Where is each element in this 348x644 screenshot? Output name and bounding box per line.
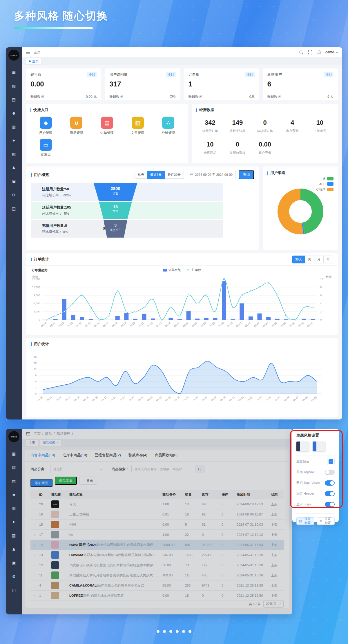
quick-entry-item[interactable]: ▥ 文章管理 xyxy=(122,117,153,135)
order-range-button[interactable]: 年 xyxy=(324,256,333,263)
business-label: 上架商品 xyxy=(306,129,334,133)
stat-footer-value: 0单 xyxy=(249,95,255,99)
order-range-button[interactable]: 月 xyxy=(314,256,324,263)
range-button[interactable]: 昨天 xyxy=(135,171,147,179)
order-manage-icon: ▤ xyxy=(101,117,113,129)
stat-footer-label: 昨日数据 xyxy=(109,95,123,99)
sidebar-strip xyxy=(296,442,300,451)
funnel-row-line1: 活跃用户数量:105 xyxy=(42,205,71,210)
business-item[interactable]: 4 库存预警 xyxy=(279,119,306,133)
mall-icon[interactable]: ▧ xyxy=(12,465,16,469)
legend-item[interactable]: 小程序 xyxy=(316,187,334,191)
carousel-dot[interactable] xyxy=(163,630,166,633)
library-icon[interactable]: ▥ xyxy=(12,506,16,510)
mall-icon[interactable]: ▧ xyxy=(12,84,16,88)
marketing-icon[interactable]: ➤ xyxy=(12,138,16,142)
svg-text:12,000: 12,000 xyxy=(32,286,40,289)
quick-entry-item[interactable]: ∪ 商品管理 xyxy=(61,117,92,135)
quick-entry-label: 文章管理 xyxy=(131,131,144,135)
business-item[interactable]: 342 待发货订单 xyxy=(196,119,224,133)
order-range-button[interactable]: 周 xyxy=(305,256,314,263)
dashboard-icon[interactable]: ▦ xyxy=(12,70,16,74)
carousel-dot[interactable] xyxy=(176,630,179,633)
svg-text:08-10: 08-10 xyxy=(37,396,44,402)
theme-thumbnail[interactable] xyxy=(296,442,309,451)
theme-option-row: 显示 Logo xyxy=(296,499,335,510)
quick-entry-item[interactable]: ◆ 用户管理 xyxy=(30,117,61,135)
user-menu[interactable]: demo xyxy=(325,50,334,54)
finance-icon[interactable]: ▣ xyxy=(12,561,16,565)
order-range-button[interactable]: 30天 xyxy=(292,256,305,263)
business-value: 0 xyxy=(224,141,251,148)
business-value: 342 xyxy=(196,119,224,126)
library-icon[interactable]: ▥ xyxy=(12,125,16,129)
today-badge: 今日 xyxy=(245,72,255,77)
collapse-menu-icon[interactable] xyxy=(26,50,30,55)
statistics-icon[interactable]: ▨ xyxy=(12,152,16,156)
quick-entry-item[interactable]: ∴ 分销管理 xyxy=(153,117,184,135)
marketing-icon[interactable]: ➤ xyxy=(12,520,16,524)
setting-icon[interactable]: ⚙ xyxy=(12,574,16,578)
bell-icon[interactable] xyxy=(317,50,321,55)
section-title: 订单统计 xyxy=(31,257,49,262)
range-button[interactable]: 最近7天 xyxy=(147,171,165,179)
theme-thumbnail[interactable] xyxy=(313,442,325,451)
order-icon[interactable]: ▤ xyxy=(12,479,16,483)
svg-text:08-21: 08-21 xyxy=(138,321,144,328)
theme-option-row: 固定 Header xyxy=(296,488,335,499)
range-button[interactable]: 最近30天 xyxy=(165,171,184,179)
logo[interactable]: crmeb xyxy=(8,431,19,442)
business-item[interactable]: 0.00 账户充值 xyxy=(251,141,279,155)
statistics-icon[interactable]: ▨ xyxy=(12,533,16,538)
drawer-overlay[interactable] xyxy=(22,429,292,614)
legend-item[interactable]: APP xyxy=(319,182,334,186)
quick-entry-item[interactable]: ▭ 优惠券 xyxy=(30,139,61,157)
svg-text:09-05: 09-05 xyxy=(274,396,281,402)
business-item[interactable]: 10 上架商品 xyxy=(306,119,334,133)
breadcrumb[interactable]: 主页 xyxy=(34,50,41,55)
toggle-switch[interactable] xyxy=(325,480,335,486)
reset-config-button[interactable]: ↻重置配置 xyxy=(317,517,335,525)
business-item[interactable]: 0 待核销订单 xyxy=(251,119,279,133)
legend-item[interactable]: H5 xyxy=(322,177,334,180)
search-icon[interactable] xyxy=(299,50,303,55)
legend-item[interactable]: 订单数 xyxy=(185,268,201,272)
business-item[interactable]: 0 提现待审核 xyxy=(224,141,251,155)
legend-item[interactable]: 订单金额 xyxy=(163,268,181,272)
user-icon[interactable]: ☻ xyxy=(12,111,16,115)
carousel-dot[interactable] xyxy=(188,630,191,633)
maintain-icon[interactable]: ◫ xyxy=(12,207,16,211)
svg-text:08-26: 08-26 xyxy=(183,396,190,402)
business-label: 账户充值 xyxy=(251,151,279,155)
user-icon[interactable]: ☻ xyxy=(12,493,16,497)
quick-entry-item[interactable]: ▤ 订单管理 xyxy=(92,117,122,135)
article-manage-icon: ▥ xyxy=(132,117,144,129)
toggle-switch[interactable] xyxy=(325,491,335,496)
agent-icon[interactable]: ♟ xyxy=(12,166,16,170)
maintain-icon[interactable]: ◫ xyxy=(12,588,16,592)
save-config-button[interactable]: ▤保存配置 xyxy=(296,517,314,525)
date-range-picker[interactable]: 2024-09-02 至 2024-09-09 xyxy=(187,171,236,179)
toggle-switch[interactable] xyxy=(325,502,335,507)
section-title: 经营数据 xyxy=(196,107,334,113)
query-button[interactable]: 查询 xyxy=(239,170,254,179)
dashboard-icon[interactable]: ▦ xyxy=(12,452,16,456)
fullscreen-icon[interactable] xyxy=(308,50,312,55)
quick-entry-label: 商品管理 xyxy=(70,131,83,135)
logo[interactable]: crmeb xyxy=(8,50,19,61)
tag-home[interactable]: 主页 xyxy=(26,58,41,65)
toggle-switch[interactable] xyxy=(325,470,335,475)
carousel-dot[interactable] xyxy=(182,630,185,633)
order-icon[interactable]: ▤ xyxy=(12,97,16,102)
business-item[interactable]: 149 退款中订单 xyxy=(224,119,251,133)
user-manage-icon: ◆ xyxy=(40,117,52,129)
svg-text:09-07: 09-07 xyxy=(289,321,296,328)
carousel-dot[interactable] xyxy=(157,630,160,633)
refresh-icon: ↻ xyxy=(319,519,322,523)
business-item[interactable]: 10 仓库商品 xyxy=(196,141,224,155)
setting-icon[interactable]: ⚙ xyxy=(12,193,16,197)
finance-icon[interactable]: ▣ xyxy=(12,179,16,183)
carousel-dot[interactable] xyxy=(169,630,172,633)
theme-color-picker[interactable]: ⌄ xyxy=(327,458,335,465)
agent-icon[interactable]: ♟ xyxy=(12,547,16,551)
